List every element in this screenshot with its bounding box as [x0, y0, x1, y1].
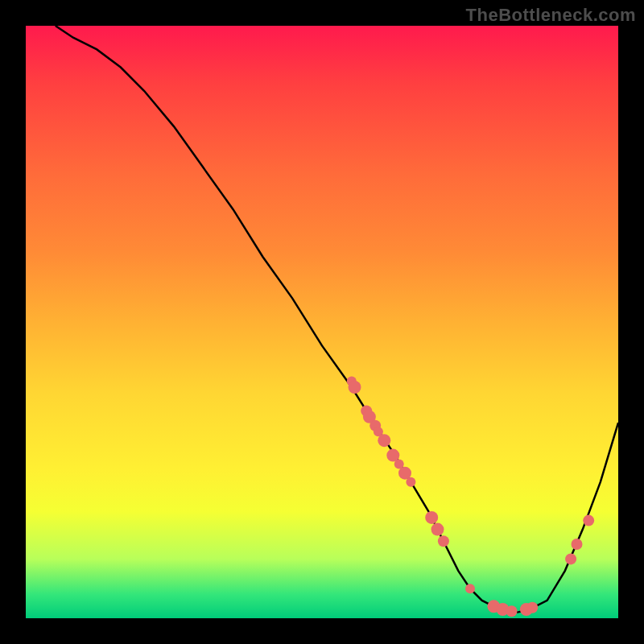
highlight-dots: [347, 377, 594, 617]
plot-canvas: [26, 26, 618, 618]
dot: [406, 477, 415, 487]
dot: [425, 511, 438, 524]
dot: [565, 553, 576, 564]
dot: [506, 605, 518, 617]
chart-frame: TheBottleneck.com: [0, 0, 644, 644]
dot: [431, 523, 444, 536]
dot: [378, 434, 390, 447]
watermark: TheBottleneck.com: [466, 5, 636, 26]
dot: [583, 515, 594, 526]
dot: [438, 535, 449, 547]
dot: [349, 381, 361, 394]
dot: [465, 584, 475, 593]
dot: [572, 539, 583, 550]
bottleneck-curve: [56, 26, 618, 613]
dot: [526, 602, 538, 613]
